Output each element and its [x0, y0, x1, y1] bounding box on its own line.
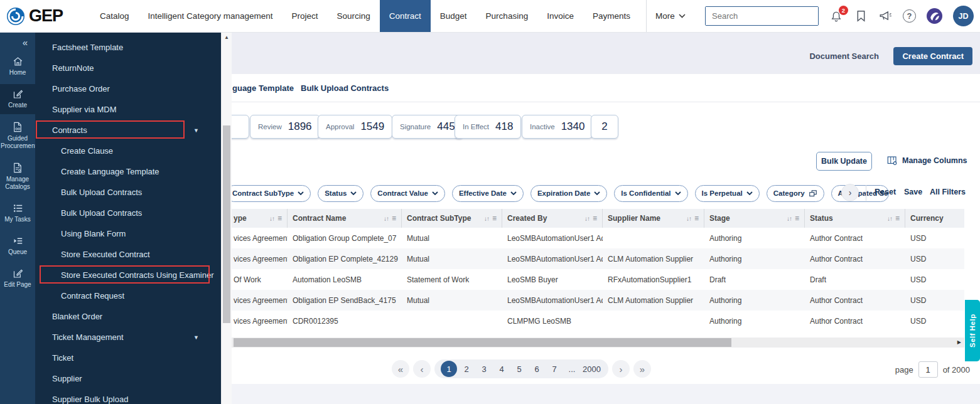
sort-icon[interactable]: ↓↑ — [584, 215, 590, 222]
filter-status[interactable]: Status — [318, 185, 363, 202]
last-page-button[interactable]: » — [633, 360, 651, 378]
flyout-item-supplier-bulk-upload[interactable]: Supplier Bulk Upload — [35, 389, 221, 404]
cell-contract-name[interactable]: Obligation EP SendBack_4175 — [288, 290, 402, 311]
scrollbar-up-arrow[interactable]: ▲ — [222, 33, 232, 43]
table-row[interactable]: vices Agreement Obligation Group Complet… — [232, 228, 964, 248]
status-card-approval[interactable]: Approval 1549 — [318, 115, 392, 139]
table-row[interactable]: vices Agreement CDR0012395 CLMPMG LeoSMB… — [232, 311, 964, 331]
flyout-item-blanket-order[interactable]: Blanket Order — [35, 306, 221, 327]
page-number-input[interactable] — [918, 361, 938, 378]
flyout-item-bulk-upload-contracts-2[interactable]: Bulk Upload Contracts — [35, 203, 221, 223]
column-header-contract-subtype[interactable]: Contract SubType ↓↑≡ — [402, 209, 502, 228]
column-menu-icon[interactable]: ≡ — [694, 214, 699, 223]
bookmarks-button[interactable] — [854, 9, 868, 23]
globe-button[interactable] — [927, 8, 942, 24]
nav-item-more[interactable]: More — [646, 0, 694, 32]
page-number-5[interactable]: 5 — [511, 361, 527, 377]
flyout-item-supplier[interactable]: Supplier — [35, 368, 221, 389]
flyout-item-using-blank-form[interactable]: Using Blank Form — [35, 223, 221, 244]
column-menu-icon[interactable]: ≡ — [593, 214, 597, 223]
filter-is-perpetual[interactable]: Is Perpetual — [695, 185, 760, 202]
tab-create-language-template[interactable]: guage Template — [232, 83, 294, 93]
filter-category[interactable]: Category — [767, 185, 824, 202]
sort-controls[interactable]: ↓↑≡ — [686, 214, 699, 223]
gep-logo[interactable]: GEP — [0, 0, 63, 32]
filters-scroll-next-button[interactable]: › — [841, 184, 859, 201]
column-menu-icon[interactable]: ≡ — [277, 214, 282, 223]
filter-contract-subtype[interactable]: Contract SubType — [232, 185, 311, 202]
column-menu-icon[interactable]: ≡ — [392, 214, 396, 223]
all-filters-link[interactable]: All Filters — [930, 188, 966, 196]
flyout-item-purchase-order[interactable]: Purchase Order — [35, 78, 221, 99]
flyout-item-ticket-management[interactable]: Ticket Management ▼ — [35, 327, 221, 348]
nav-item-purchasing[interactable]: Purchasing — [477, 0, 538, 32]
cell-contract-name[interactable]: CDR0012395 — [288, 311, 402, 331]
status-card-in-effect[interactable]: In Effect 418 — [455, 115, 521, 139]
flyout-item-returnnote[interactable]: ReturnNote — [35, 58, 221, 78]
flyout-item-create-language-template[interactable]: Create Language Template — [35, 161, 221, 182]
status-card-signature[interactable]: Signature 445 — [392, 115, 463, 139]
sort-icon[interactable]: ↓↑ — [484, 215, 489, 222]
page-number-2000[interactable]: 2000 — [581, 361, 602, 377]
bulk-update-button[interactable]: Bulk Update — [816, 152, 872, 171]
nav-item-catalog[interactable]: Catalog — [90, 0, 139, 32]
sort-icon[interactable]: ↓↑ — [269, 215, 274, 222]
sidebar-collapse-button[interactable]: « — [0, 33, 35, 51]
flyout-item-ticket[interactable]: Ticket — [35, 348, 221, 368]
filter-contract-value[interactable]: Contract Value — [370, 185, 445, 202]
tab-bulk-upload-contracts[interactable]: Bulk Upload Contracts — [301, 83, 389, 93]
nav-item-payments[interactable]: Payments — [583, 0, 640, 32]
column-header-created-by[interactable]: Created By ↓↑≡ — [502, 209, 603, 228]
page-number-4[interactable]: 4 — [493, 361, 510, 377]
flyout-item-bulk-upload-contracts-1[interactable]: Bulk Upload Contracts — [35, 182, 221, 203]
filter-is-confidential[interactable]: Is Confidential — [614, 185, 687, 202]
nav-item-budget[interactable]: Budget — [431, 0, 477, 32]
sort-controls[interactable]: ↓↑≡ — [384, 214, 396, 223]
flyout-item-factsheet-template[interactable]: Factsheet Template — [35, 37, 221, 58]
sidebar-item-queue[interactable]: Queue — [0, 231, 35, 261]
first-page-button[interactable]: « — [392, 360, 409, 378]
sidebar-item-guided-procurement[interactable]: Guided Procurement — [0, 117, 35, 155]
scrollbar-right-arrow[interactable]: ▶ — [957, 339, 961, 345]
manage-columns-button[interactable]: Manage Columns — [886, 155, 967, 166]
sort-controls[interactable]: ↓↑≡ — [269, 214, 282, 223]
status-card-last[interactable]: 2 — [591, 115, 618, 139]
scrollbar-thumb[interactable] — [234, 338, 731, 347]
nav-item-project[interactable]: Project — [282, 0, 327, 32]
flyout-item-contracts[interactable]: Contracts ▼ — [35, 120, 221, 141]
column-header-status[interactable]: Status ↓↑≡ — [805, 209, 905, 228]
flyout-item-supplier-via-mdm[interactable]: Supplier via MDM — [35, 99, 221, 120]
table-row[interactable]: Of Work Automation LeoSMB Statement of W… — [232, 269, 964, 290]
announcements-button[interactable] — [878, 9, 892, 23]
status-card-partial[interactable]: 5 — [232, 115, 249, 139]
document-search-link[interactable]: Document Search — [809, 51, 879, 61]
user-avatar[interactable]: JD — [953, 6, 974, 26]
status-card-inactive[interactable]: Inactive 1340 — [522, 115, 593, 139]
column-header-stage[interactable]: Stage ↓↑≡ — [704, 209, 805, 228]
page-number-6[interactable]: 6 — [529, 361, 545, 377]
column-header-supplier-name[interactable]: Supplier Name ↓↑≡ — [603, 209, 704, 228]
create-contract-button[interactable]: Create Contract — [893, 47, 972, 65]
sort-controls[interactable]: ↓↑≡ — [484, 214, 497, 223]
sort-controls[interactable]: ↓↑≡ — [787, 214, 799, 223]
sort-controls[interactable]: ↓↑≡ — [584, 214, 597, 223]
cell-contract-name[interactable]: Obligation Group Complete_07 — [288, 228, 402, 248]
notifications-button[interactable]: 2 — [829, 9, 843, 23]
self-help-tab[interactable]: Self Help — [965, 300, 980, 361]
nav-item-intelligent-category-management[interactable]: Intelligent Category management — [139, 0, 283, 32]
sidebar-item-create[interactable]: Create — [0, 84, 35, 114]
cell-contract-name[interactable]: Automation LeoSMB — [288, 269, 402, 290]
flyout-scrollbar[interactable]: ▲ — [221, 33, 232, 404]
column-header-currency[interactable]: Currency — [905, 209, 964, 228]
column-header-contract-type[interactable]: ype ↓↑≡ — [232, 209, 288, 228]
flyout-item-contract-request[interactable]: Contract Request — [35, 285, 221, 306]
nav-item-invoice[interactable]: Invoice — [537, 0, 583, 32]
sort-icon[interactable]: ↓↑ — [887, 215, 892, 222]
sidebar-item-my-tasks[interactable]: My Tasks — [0, 198, 35, 228]
status-card-review[interactable]: Review 1896 — [250, 115, 320, 139]
page-number-3[interactable]: 3 — [476, 361, 492, 377]
cell-contract-name[interactable]: Obligation EP Complete_42129 — [288, 248, 402, 269]
sidebar-item-manage-catalogs[interactable]: Manage Catalogs — [0, 157, 35, 196]
column-menu-icon[interactable]: ≡ — [492, 214, 497, 223]
table-horizontal-scrollbar[interactable]: ▶ — [232, 338, 964, 348]
